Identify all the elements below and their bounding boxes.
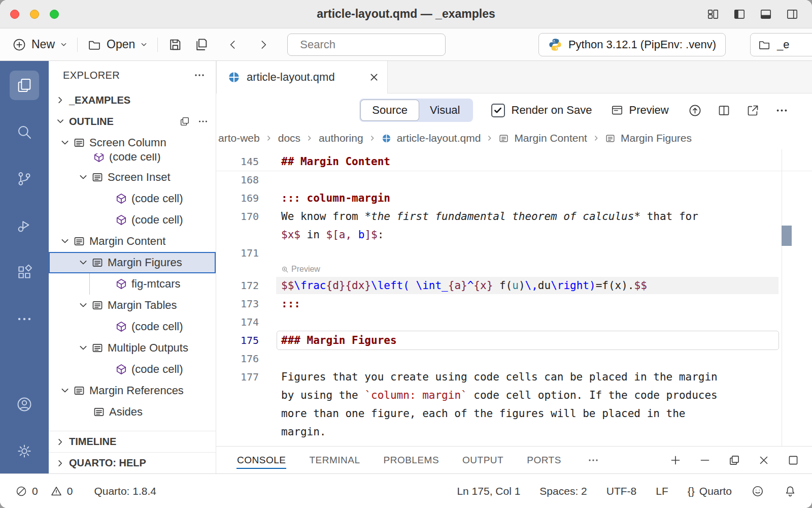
more-actions-icon[interactable]: [197, 116, 209, 127]
restore-panel-icon[interactable]: [728, 454, 741, 467]
outline-item-code-cell[interactable]: (code cell): [49, 209, 216, 231]
visual-mode-button[interactable]: Visual: [419, 100, 471, 120]
toggle-sidebar-icon[interactable]: [733, 8, 746, 21]
panel-tab-terminal[interactable]: TERMINAL: [309, 447, 360, 473]
outline-item-code-cell[interactable]: (code cell): [49, 359, 216, 380]
search-activity-button[interactable]: [10, 117, 39, 147]
zoom-window-button[interactable]: [50, 10, 59, 19]
indentation[interactable]: Spaces: 2: [539, 485, 587, 497]
customize-layout-icon[interactable]: [706, 8, 720, 21]
save-icon[interactable]: [167, 37, 183, 52]
code-line-wrap[interactable]: $x$ in $[a, b]$:: [216, 226, 812, 244]
chevron-down-icon[interactable]: [60, 386, 70, 396]
collapse-all-icon[interactable]: [179, 116, 190, 127]
new-button[interactable]: New: [12, 38, 67, 52]
more-actions-icon[interactable]: [193, 69, 206, 81]
more-views-button[interactable]: [10, 304, 39, 334]
chevron-down-icon[interactable]: [78, 343, 88, 353]
outline-item-margin-content[interactable]: Margin Content: [49, 231, 216, 252]
section-outline[interactable]: OUTLINE: [49, 111, 216, 132]
code-line[interactable]: 170 We know from *the first fundamental …: [216, 207, 812, 226]
outline-item-multiple-outputs[interactable]: Multiple Outputs: [49, 337, 216, 359]
code-editor[interactable]: 145 ## Margin Content 168 169 ::: column…: [216, 149, 812, 446]
toggle-secondary-sidebar-icon[interactable]: [786, 8, 799, 21]
panel-tab-output[interactable]: OUTPUT: [462, 447, 504, 473]
breadcrumb-item[interactable]: Margin Figures: [621, 132, 692, 144]
codelens-preview[interactable]: Preview: [281, 263, 779, 276]
breadcrumb-item[interactable]: authoring: [319, 132, 363, 144]
more-panel-tabs-icon[interactable]: [587, 454, 599, 466]
outline-item-code-cell[interactable]: (code cell): [49, 316, 216, 337]
outline-item-fig-mtcars[interactable]: fig-mtcars: [49, 273, 216, 295]
outline-item-screen-column[interactable]: Screen Column: [49, 132, 216, 153]
outline-item-screen-inset[interactable]: Screen Inset: [49, 167, 216, 188]
section-examples[interactable]: _EXAMPLES: [49, 89, 216, 111]
code-line-wrap[interactable]: by using the `column: margin` code cell …: [216, 386, 812, 404]
split-editor-icon[interactable]: [717, 104, 731, 117]
outline-item-code-cell[interactable]: (code cell): [49, 153, 216, 167]
code-line-wrap[interactable]: margin.: [216, 423, 812, 441]
code-line[interactable]: 171: [216, 244, 812, 262]
section-timeline[interactable]: TIMELINE: [49, 431, 216, 452]
toggle-panel-icon[interactable]: [759, 8, 772, 21]
render-on-save-checkbox[interactable]: [491, 104, 505, 117]
search-input[interactable]: [300, 38, 446, 51]
interpreter-selector[interactable]: Python 3.12.1 (PipEnv: .venv): [538, 33, 726, 56]
code-line[interactable]: 173 :::: [216, 295, 812, 313]
code-line[interactable]: 145 ## Margin Content: [216, 152, 812, 171]
code-line[interactable]: 176: [216, 350, 812, 368]
settings-button[interactable]: [10, 436, 39, 466]
scrollbar-thumb[interactable]: [782, 226, 792, 246]
eol-sequence[interactable]: LF: [656, 485, 668, 497]
chevron-down-icon[interactable]: [60, 138, 70, 148]
chevron-down-icon[interactable]: [78, 172, 88, 182]
panel-tab-ports[interactable]: PORTS: [526, 447, 562, 473]
more-actions-icon[interactable]: [775, 104, 789, 117]
section-quarto-help[interactable]: QUARTO: HELP: [49, 452, 216, 473]
search-box[interactable]: [287, 34, 446, 56]
navigate-back-icon[interactable]: [226, 38, 240, 51]
minimize-panel-icon[interactable]: [698, 454, 712, 467]
close-icon[interactable]: [369, 72, 379, 82]
breadcrumb-item[interactable]: arto-web: [218, 132, 260, 144]
panel-tab-problems[interactable]: PROBLEMS: [383, 447, 440, 473]
quarto-version[interactable]: Quarto: 1.8.4: [94, 485, 156, 497]
notifications-bell-icon[interactable]: [784, 485, 797, 498]
source-mode-button[interactable]: Source: [361, 100, 419, 120]
scrollbar-track[interactable]: [782, 149, 792, 446]
language-mode[interactable]: {} Quarto: [688, 485, 732, 497]
account-button[interactable]: [10, 390, 39, 419]
minimize-window-button[interactable]: [30, 10, 39, 19]
code-line-wrap[interactable]: more than one figure, each of the figure…: [216, 404, 812, 423]
breadcrumb-item[interactable]: article-layout.qmd: [397, 132, 481, 144]
code-line[interactable]: 174: [216, 313, 812, 331]
open-button[interactable]: Open: [87, 38, 148, 52]
outline-item-margin-figures[interactable]: Margin Figures: [49, 252, 216, 273]
render-circle-icon[interactable]: [688, 104, 702, 117]
new-console-icon[interactable]: [669, 454, 682, 467]
feedback-smiley-icon[interactable]: [751, 485, 764, 498]
source-control-activity-button[interactable]: [10, 164, 39, 194]
panel-tab-console[interactable]: CONSOLE: [236, 447, 286, 473]
problems-status[interactable]: 0 0: [15, 485, 73, 497]
code-line-math[interactable]: 172 $$\frac{d}{dx}\left( \int_{a}^{x} f(…: [216, 276, 812, 295]
code-line[interactable]: 177 Figures that you create using code c…: [216, 368, 812, 386]
close-window-button[interactable]: [10, 10, 19, 19]
chevron-down-icon[interactable]: [78, 258, 88, 268]
outline-item-asides[interactable]: Asides: [49, 401, 216, 423]
preview-button[interactable]: Preview: [611, 104, 669, 117]
explorer-activity-button[interactable]: [10, 71, 39, 100]
close-panel-icon[interactable]: [757, 454, 770, 467]
outline-item-code-cell[interactable]: (code cell): [49, 188, 216, 209]
code-line[interactable]: 168: [216, 171, 812, 189]
open-external-icon[interactable]: [746, 104, 760, 117]
extensions-activity-button[interactable]: [10, 258, 39, 287]
outline-item-margin-references[interactable]: Margin References: [49, 380, 216, 401]
code-line-current[interactable]: 175 ### Margin Figures: [216, 331, 812, 350]
cursor-position[interactable]: Ln 175, Col 1: [457, 485, 520, 497]
save-all-icon[interactable]: [194, 37, 209, 52]
project-button[interactable]: _e: [750, 33, 812, 56]
chevron-down-icon[interactable]: [78, 300, 88, 310]
outline-item-margin-tables[interactable]: Margin Tables: [49, 295, 216, 316]
code-line[interactable]: 169 ::: column-margin: [216, 189, 812, 207]
